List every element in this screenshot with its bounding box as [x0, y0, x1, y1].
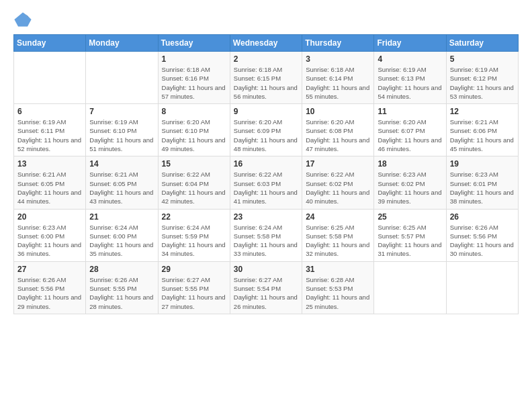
logo: [13, 10, 35, 29]
day-number: 3: [306, 54, 370, 64]
header-tuesday: Tuesday: [158, 35, 230, 52]
page: Sunday Monday Tuesday Wednesday Thursday…: [0, 0, 532, 411]
calendar-cell: 24Sunrise: 6:25 AMSunset: 5:58 PMDayligh…: [302, 209, 374, 261]
calendar-cell: [14, 52, 86, 104]
day-info: Sunrise: 6:20 AMSunset: 6:09 PMDaylight:…: [234, 118, 298, 153]
day-info: Sunrise: 6:22 AMSunset: 6:04 PMDaylight:…: [162, 170, 226, 205]
calendar-cell: 7Sunrise: 6:19 AMSunset: 6:10 PMDaylight…: [86, 104, 158, 156]
calendar-cell: [446, 261, 518, 314]
day-info: Sunrise: 6:20 AMSunset: 6:10 PMDaylight:…: [162, 118, 226, 153]
day-info: Sunrise: 6:18 AMSunset: 6:16 PMDaylight:…: [162, 65, 226, 101]
day-info: Sunrise: 6:27 AMSunset: 5:54 PMDaylight:…: [234, 275, 298, 311]
day-number: 12: [450, 107, 515, 116]
calendar-cell: 21Sunrise: 6:24 AMSunset: 6:00 PMDayligh…: [86, 209, 158, 261]
day-number: 19: [450, 159, 515, 169]
day-number: 6: [17, 107, 82, 116]
calendar-cell: 13Sunrise: 6:21 AMSunset: 6:05 PMDayligh…: [14, 156, 86, 209]
calendar-cell: 4Sunrise: 6:19 AMSunset: 6:13 PMDaylight…: [374, 52, 446, 104]
day-number: 7: [89, 107, 154, 116]
day-info: Sunrise: 6:26 AMSunset: 5:56 PMDaylight:…: [450, 223, 515, 259]
day-info: Sunrise: 6:28 AMSunset: 5:53 PMDaylight:…: [306, 275, 370, 311]
day-number: 14: [89, 159, 154, 169]
day-number: 10: [306, 107, 370, 116]
day-number: 30: [234, 265, 298, 274]
day-number: 21: [89, 212, 154, 222]
calendar-cell: 14Sunrise: 6:21 AMSunset: 6:05 PMDayligh…: [86, 156, 158, 209]
day-info: Sunrise: 6:24 AMSunset: 5:58 PMDaylight:…: [234, 223, 298, 259]
day-number: 16: [234, 159, 298, 169]
day-number: 25: [378, 212, 442, 222]
calendar-cell: 12Sunrise: 6:21 AMSunset: 6:06 PMDayligh…: [446, 104, 518, 156]
day-number: 5: [450, 54, 515, 64]
calendar-cell: 31Sunrise: 6:28 AMSunset: 5:53 PMDayligh…: [302, 261, 374, 314]
day-info: Sunrise: 6:25 AMSunset: 5:57 PMDaylight:…: [378, 223, 442, 259]
day-info: Sunrise: 6:25 AMSunset: 5:58 PMDaylight:…: [306, 223, 370, 259]
day-info: Sunrise: 6:21 AMSunset: 6:05 PMDaylight:…: [17, 170, 82, 205]
calendar-week-row: 13Sunrise: 6:21 AMSunset: 6:05 PMDayligh…: [14, 156, 519, 209]
days-header-row: Sunday Monday Tuesday Wednesday Thursday…: [14, 35, 519, 52]
calendar-table: Sunday Monday Tuesday Wednesday Thursday…: [13, 34, 519, 314]
header-thursday: Thursday: [302, 35, 374, 52]
day-info: Sunrise: 6:20 AMSunset: 6:07 PMDaylight:…: [378, 118, 442, 153]
day-info: Sunrise: 6:27 AMSunset: 5:55 PMDaylight:…: [162, 275, 226, 311]
calendar-cell: 17Sunrise: 6:22 AMSunset: 6:02 PMDayligh…: [302, 156, 374, 209]
calendar-cell: 1Sunrise: 6:18 AMSunset: 6:16 PMDaylight…: [158, 52, 230, 104]
day-number: 31: [306, 265, 370, 274]
calendar-cell: 3Sunrise: 6:18 AMSunset: 6:14 PMDaylight…: [302, 52, 374, 104]
calendar-cell: 2Sunrise: 6:18 AMSunset: 6:15 PMDaylight…: [230, 52, 302, 104]
day-info: Sunrise: 6:24 AMSunset: 6:00 PMDaylight:…: [89, 223, 154, 259]
logo-icon: [13, 10, 32, 29]
calendar-cell: 15Sunrise: 6:22 AMSunset: 6:04 PMDayligh…: [158, 156, 230, 209]
day-info: Sunrise: 6:18 AMSunset: 6:14 PMDaylight:…: [306, 65, 370, 101]
calendar-cell: 6Sunrise: 6:19 AMSunset: 6:11 PMDaylight…: [14, 104, 86, 156]
calendar-cell: 23Sunrise: 6:24 AMSunset: 5:58 PMDayligh…: [230, 209, 302, 261]
day-number: 1: [162, 54, 226, 64]
day-number: 22: [162, 212, 226, 222]
day-number: 9: [234, 107, 298, 116]
day-number: 27: [17, 265, 82, 274]
day-info: Sunrise: 6:23 AMSunset: 6:01 PMDaylight:…: [450, 170, 515, 205]
calendar-cell: 25Sunrise: 6:25 AMSunset: 5:57 PMDayligh…: [374, 209, 446, 261]
day-number: 8: [162, 107, 226, 116]
day-number: 11: [378, 107, 442, 116]
calendar-cell: 10Sunrise: 6:20 AMSunset: 6:08 PMDayligh…: [302, 104, 374, 156]
day-info: Sunrise: 6:21 AMSunset: 6:05 PMDaylight:…: [89, 170, 154, 205]
calendar-week-row: 6Sunrise: 6:19 AMSunset: 6:11 PMDaylight…: [14, 104, 519, 156]
calendar-cell: 29Sunrise: 6:27 AMSunset: 5:55 PMDayligh…: [158, 261, 230, 314]
calendar-cell: 28Sunrise: 6:26 AMSunset: 5:55 PMDayligh…: [86, 261, 158, 314]
day-info: Sunrise: 6:26 AMSunset: 5:56 PMDaylight:…: [17, 275, 82, 311]
calendar-cell: 27Sunrise: 6:26 AMSunset: 5:56 PMDayligh…: [14, 261, 86, 314]
calendar-cell: 5Sunrise: 6:19 AMSunset: 6:12 PMDaylight…: [446, 52, 518, 104]
day-info: Sunrise: 6:24 AMSunset: 5:59 PMDaylight:…: [162, 223, 226, 259]
day-info: Sunrise: 6:19 AMSunset: 6:13 PMDaylight:…: [378, 65, 442, 101]
day-info: Sunrise: 6:26 AMSunset: 5:55 PMDaylight:…: [89, 275, 154, 311]
header-monday: Monday: [86, 35, 158, 52]
day-number: 26: [450, 212, 515, 222]
calendar-week-row: 20Sunrise: 6:23 AMSunset: 6:00 PMDayligh…: [14, 209, 519, 261]
calendar-cell: 30Sunrise: 6:27 AMSunset: 5:54 PMDayligh…: [230, 261, 302, 314]
calendar-cell: 11Sunrise: 6:20 AMSunset: 6:07 PMDayligh…: [374, 104, 446, 156]
day-info: Sunrise: 6:23 AMSunset: 6:00 PMDaylight:…: [17, 223, 82, 259]
calendar-cell: 20Sunrise: 6:23 AMSunset: 6:00 PMDayligh…: [14, 209, 86, 261]
day-number: 20: [17, 212, 82, 222]
day-number: 29: [162, 265, 226, 274]
day-info: Sunrise: 6:19 AMSunset: 6:12 PMDaylight:…: [450, 65, 515, 101]
day-number: 23: [234, 212, 298, 222]
day-number: 13: [17, 159, 82, 169]
day-info: Sunrise: 6:22 AMSunset: 6:03 PMDaylight:…: [234, 170, 298, 205]
day-number: 4: [378, 54, 442, 64]
header-wednesday: Wednesday: [230, 35, 302, 52]
day-info: Sunrise: 6:23 AMSunset: 6:02 PMDaylight:…: [378, 170, 442, 205]
day-info: Sunrise: 6:20 AMSunset: 6:08 PMDaylight:…: [306, 118, 370, 153]
calendar-cell: 18Sunrise: 6:23 AMSunset: 6:02 PMDayligh…: [374, 156, 446, 209]
day-info: Sunrise: 6:18 AMSunset: 6:15 PMDaylight:…: [234, 65, 298, 101]
calendar-week-row: 27Sunrise: 6:26 AMSunset: 5:56 PMDayligh…: [14, 261, 519, 314]
day-info: Sunrise: 6:19 AMSunset: 6:10 PMDaylight:…: [89, 118, 154, 153]
day-number: 17: [306, 159, 370, 169]
day-info: Sunrise: 6:19 AMSunset: 6:11 PMDaylight:…: [17, 118, 82, 153]
header-sunday: Sunday: [14, 35, 86, 52]
day-number: 24: [306, 212, 370, 222]
calendar-cell: 8Sunrise: 6:20 AMSunset: 6:10 PMDaylight…: [158, 104, 230, 156]
calendar-cell: 22Sunrise: 6:24 AMSunset: 5:59 PMDayligh…: [158, 209, 230, 261]
calendar-cell: 19Sunrise: 6:23 AMSunset: 6:01 PMDayligh…: [446, 156, 518, 209]
